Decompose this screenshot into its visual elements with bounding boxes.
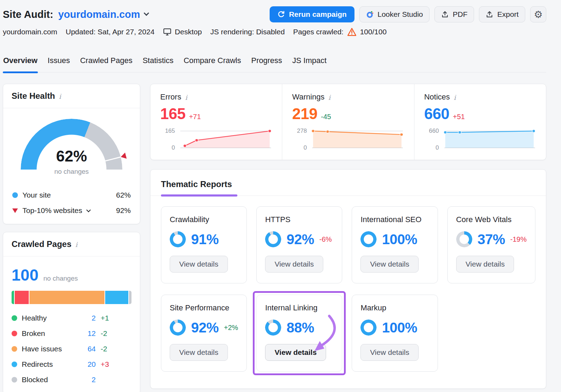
tab-overview[interactable]: Overview bbox=[3, 54, 38, 72]
notices-delta: +51 bbox=[453, 113, 465, 121]
overview-content: Site Health i 62% no changes bbox=[0, 73, 561, 392]
right-column: Errorsi 165 +71 165 0 Warningsi bbox=[150, 84, 546, 389]
upload-icon bbox=[486, 11, 493, 18]
site-performance-view-details-button[interactable]: View details bbox=[170, 344, 228, 361]
meta-device: Desktop bbox=[163, 28, 202, 36]
crawlability-view-details-button[interactable]: View details bbox=[170, 256, 228, 273]
tab-js-impact[interactable]: JS Impact bbox=[292, 54, 327, 72]
crawled-pages-total: 100 bbox=[12, 266, 39, 284]
broken-count-link[interactable]: 12 bbox=[75, 329, 96, 338]
core-web-vitals-view-details-button[interactable]: View details bbox=[456, 256, 514, 273]
toolbar: Rerun campaign Looker Studio PDF bbox=[270, 6, 546, 22]
tab-progress[interactable]: Progress bbox=[251, 54, 282, 72]
info-icon[interactable]: i bbox=[185, 93, 187, 101]
legend-row-have-issues: Have issues 64 -2 bbox=[12, 345, 131, 353]
info-icon[interactable]: i bbox=[75, 240, 77, 248]
crawled-pages-title: Crawled Pages bbox=[12, 239, 72, 249]
info-icon[interactable]: i bbox=[59, 92, 61, 100]
orange-dot-icon bbox=[12, 346, 17, 352]
errors-sparkline bbox=[179, 128, 272, 151]
healthy-count-link[interactable]: 2 bbox=[75, 314, 96, 322]
markup-donut bbox=[360, 319, 377, 336]
looker-studio-icon bbox=[366, 11, 374, 18]
domain-name: yourdomain.com bbox=[58, 9, 140, 20]
tab-crawled-pages[interactable]: Crawled Pages bbox=[80, 54, 133, 72]
domain-selector[interactable]: yourdomain.com bbox=[58, 9, 148, 20]
campaign-meta: yourdomain.com Updated: Sat, Apr 27, 202… bbox=[3, 26, 546, 38]
core-web-vitals-card: Core Web Vitals 37% -19% View details bbox=[447, 206, 535, 283]
international-seo-donut bbox=[360, 231, 377, 247]
info-icon[interactable]: i bbox=[328, 93, 330, 101]
looker-studio-label: Looker Studio bbox=[378, 10, 423, 19]
meta-pages-crawled: Pages crawled: 100/100 bbox=[293, 28, 387, 36]
crawlability-donut bbox=[170, 231, 186, 247]
bar-segment-healthy[interactable] bbox=[12, 291, 14, 304]
notices-sparkline bbox=[443, 128, 536, 151]
chevron-down-icon bbox=[143, 10, 149, 16]
https-card: HTTPS 92% -6% View details bbox=[256, 206, 342, 283]
bar-segment-broken[interactable] bbox=[15, 291, 29, 304]
settings-button[interactable]: ⚙ bbox=[530, 6, 546, 22]
chevron-down-icon[interactable] bbox=[87, 208, 91, 212]
warnings-label: Warnings bbox=[292, 92, 324, 102]
refresh-icon bbox=[277, 11, 285, 18]
notices-kpi: Noticesi 660 +51 660 0 bbox=[414, 84, 546, 160]
bar-segment-blocked[interactable] bbox=[129, 291, 131, 304]
markup-view-details-button[interactable]: View details bbox=[360, 344, 419, 361]
gear-icon: ⚙ bbox=[534, 9, 542, 20]
markup-card: Markup 100% View details bbox=[352, 295, 438, 372]
errors-label: Errors bbox=[160, 92, 181, 102]
legend-row-broken: Broken 12 -2 bbox=[12, 329, 131, 338]
blocked-count-link[interactable]: 2 bbox=[75, 376, 96, 384]
purple-underline bbox=[161, 194, 237, 197]
warnings-kpi: Warningsi 219 -45 278 0 bbox=[282, 84, 414, 160]
errors-kpi: Errorsi 165 +71 165 0 bbox=[150, 84, 282, 160]
site-health-card: Site Health i 62% no changes bbox=[3, 84, 140, 224]
core-web-vitals-donut bbox=[456, 231, 472, 247]
legend-row-top10[interactable]: Top-10% websites 92% bbox=[12, 206, 131, 215]
meta-updated: Updated: Sat, Apr 27, 2024 bbox=[66, 28, 154, 36]
crawled-pages-legend: Healthy 2 +1 Broken 12 -2 Have issues 64 bbox=[12, 314, 131, 384]
internal-linking-view-details-button[interactable]: View details bbox=[265, 344, 326, 361]
info-icon[interactable]: i bbox=[454, 93, 456, 101]
notices-value: 660 bbox=[424, 105, 450, 123]
meta-domain: yourdomain.com bbox=[3, 28, 57, 36]
report-tabs: Overview Issues Crawled Pages Statistics… bbox=[3, 54, 546, 73]
tab-issues[interactable]: Issues bbox=[47, 54, 70, 72]
red-triangle-icon bbox=[12, 208, 18, 213]
header: Site Audit: yourdomain.com Rerun campaig… bbox=[0, 0, 561, 38]
https-view-details-button[interactable]: View details bbox=[265, 256, 323, 273]
notices-label: Notices bbox=[424, 92, 450, 102]
export-button[interactable]: Export bbox=[479, 6, 525, 22]
site-health-change: no changes bbox=[21, 168, 122, 176]
export-label: Export bbox=[497, 10, 519, 19]
internal-linking-card: Internal Linking 88% View details bbox=[256, 295, 342, 372]
legend-row-blocked: Blocked 2 bbox=[12, 376, 131, 384]
international-seo-view-details-button[interactable]: View details bbox=[360, 256, 419, 273]
legend-row-your-site: Your site 62% bbox=[12, 191, 131, 199]
looker-studio-button[interactable]: Looker Studio bbox=[359, 6, 430, 22]
rerun-campaign-label: Rerun campaign bbox=[289, 10, 347, 19]
page-title: Site Audit: bbox=[3, 9, 53, 20]
site-health-legend: Your site 62% Top-10% websites 92% bbox=[12, 191, 131, 215]
pdf-button[interactable]: PDF bbox=[434, 6, 474, 22]
pdf-label: PDF bbox=[453, 10, 467, 19]
tab-compare-crawls[interactable]: Compare Crawls bbox=[183, 54, 242, 72]
redirects-count-link[interactable]: 20 bbox=[75, 360, 96, 369]
thematic-reports-card: Thematic Reports Crawlability 91% View d… bbox=[150, 169, 546, 389]
upload-icon bbox=[441, 11, 449, 18]
tab-statistics[interactable]: Statistics bbox=[142, 54, 174, 72]
https-donut bbox=[265, 231, 281, 247]
site-health-title: Site Health bbox=[12, 91, 55, 101]
site-performance-card: Site Performance 92% +2% View details bbox=[161, 295, 247, 372]
warnings-sparkline bbox=[311, 128, 404, 151]
thematic-reports-title: Thematic Reports bbox=[161, 179, 232, 195]
crawled-pages-card: Crawled Pages i 100 no changes Healthy 2… bbox=[3, 232, 140, 392]
warning-triangle-icon[interactable] bbox=[347, 28, 357, 36]
rerun-campaign-button[interactable]: Rerun campaign bbox=[270, 6, 354, 22]
bar-segment-have-issues[interactable] bbox=[29, 291, 104, 304]
bar-segment-redirects[interactable] bbox=[105, 291, 129, 304]
have-issues-count-link[interactable]: 64 bbox=[75, 345, 96, 353]
red-dot-icon bbox=[12, 331, 17, 336]
warnings-value: 219 bbox=[292, 105, 317, 123]
